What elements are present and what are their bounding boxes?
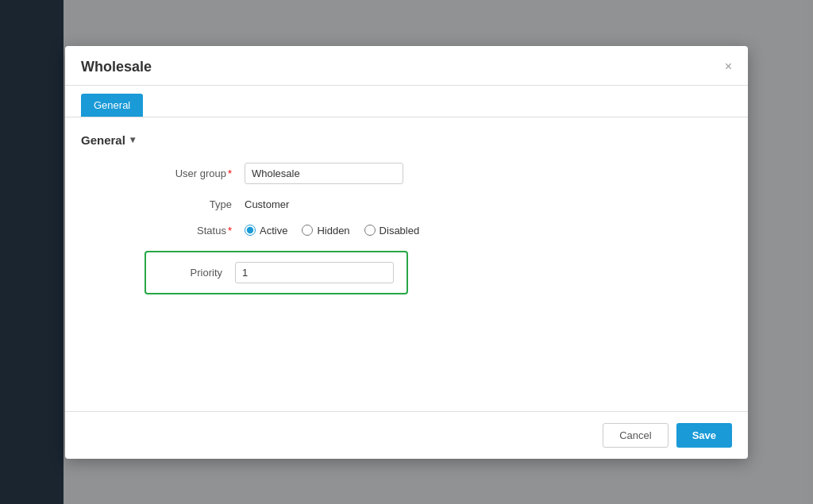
section-heading-label: General xyxy=(81,133,125,147)
chevron-down-icon[interactable]: ▾ xyxy=(130,134,135,145)
status-radio-group: Active Hidden Disabled xyxy=(245,225,419,237)
status-disabled-label: Disabled xyxy=(380,225,420,237)
modal-tabs: General xyxy=(65,86,748,117)
status-active-label: Active xyxy=(260,225,287,237)
status-radio-active[interactable] xyxy=(245,225,256,236)
user-group-row: User group* xyxy=(81,163,732,184)
priority-label: Priority xyxy=(159,267,222,279)
priority-input[interactable] xyxy=(235,262,394,283)
status-label: Status* xyxy=(144,225,232,237)
type-value: Customer xyxy=(245,198,289,210)
modal-dialog: Wholesale × General General ▾ User group… xyxy=(65,46,748,459)
status-row: Status* Active Hidden Disabled xyxy=(81,225,732,237)
status-option-disabled[interactable]: Disabled xyxy=(364,225,420,237)
modal-footer: Cancel Save xyxy=(65,411,748,459)
modal-title: Wholesale xyxy=(81,59,152,75)
modal-close-button[interactable]: × xyxy=(725,60,732,73)
status-option-active[interactable]: Active xyxy=(245,225,287,237)
user-group-input[interactable] xyxy=(245,163,403,184)
cancel-button[interactable]: Cancel xyxy=(603,423,668,448)
modal-body: General ▾ User group* Type Customer Stat… xyxy=(65,117,748,411)
modal-header: Wholesale × xyxy=(65,46,748,86)
page-background: Wholesale × General General ▾ User group… xyxy=(0,0,813,504)
status-radio-disabled[interactable] xyxy=(364,225,376,236)
required-star: * xyxy=(228,167,232,179)
status-option-hidden[interactable]: Hidden xyxy=(302,225,349,237)
status-hidden-label: Hidden xyxy=(317,225,349,237)
section-heading: General ▾ xyxy=(81,133,732,147)
status-required-star: * xyxy=(228,225,232,237)
user-group-label: User group* xyxy=(144,167,232,179)
save-button[interactable]: Save xyxy=(676,423,732,448)
type-row: Type Customer xyxy=(81,198,732,210)
tab-general[interactable]: General xyxy=(81,94,143,117)
type-label: Type xyxy=(144,198,232,210)
priority-row: Priority xyxy=(144,251,408,294)
status-radio-hidden[interactable] xyxy=(302,225,313,236)
